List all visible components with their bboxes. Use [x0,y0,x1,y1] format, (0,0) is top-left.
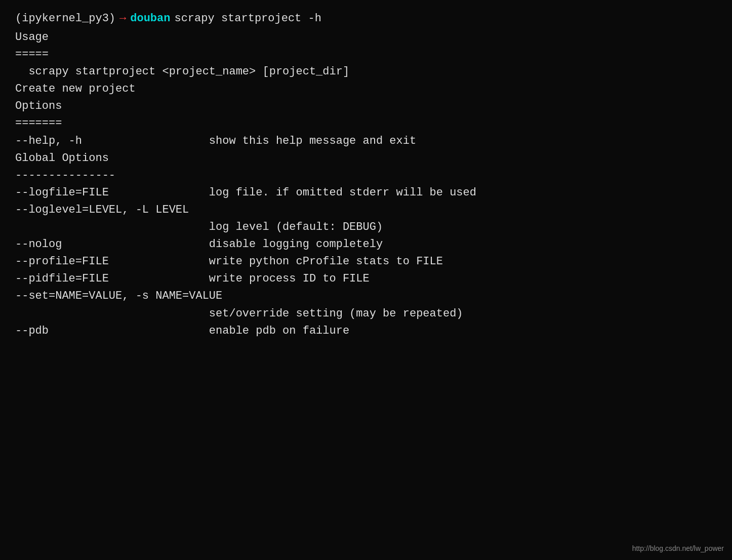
options-sep: ======= [15,115,717,132]
prompt-line: (ipykernel_py3) → douban scrapy startpro… [15,10,717,27]
prompt-env: (ipykernel_py3) [15,10,115,27]
loglevel-desc: log level (default: DEBUG) [15,219,717,236]
prompt-dir: douban [130,10,170,27]
help-opt: --help, -h show this help message and ex… [15,133,717,150]
watermark: http://blog.csdn.net/lw_power [632,543,724,554]
terminal-window: (ipykernel_py3) → douban scrapy startpro… [15,10,717,340]
set-opt: --set=NAME=VALUE, -s NAME=VALUE [15,288,717,305]
global-label: Global Options [15,150,717,167]
logfile-opt: --logfile=FILE log file. if omitted stde… [15,184,717,202]
set-desc: set/override setting (may be repeated) [15,305,717,323]
pidfile-opt: --pidfile=FILE write process ID to FILE [15,270,717,288]
terminal-output: Usage ===== scrapy startproject <project… [15,29,717,340]
options-label: Options [15,98,717,115]
pdb-opt: --pdb enable pdb on failure [15,323,717,340]
nolog-opt: --nolog disable logging completely [15,236,717,253]
usage-cmd: scrapy startproject <project_name> [proj… [15,63,717,81]
loglevel-opt: --loglevel=LEVEL, -L LEVEL [15,202,717,219]
create-desc: Create new project [15,81,717,98]
prompt-command: scrapy startproject -h [174,10,321,27]
usage-sep: ===== [15,46,717,63]
prompt-arrow: → [119,10,126,27]
profile-opt: --profile=FILE write python cProfile sta… [15,253,717,270]
global-sep: --------------- [15,167,717,184]
usage-label: Usage [15,29,717,46]
